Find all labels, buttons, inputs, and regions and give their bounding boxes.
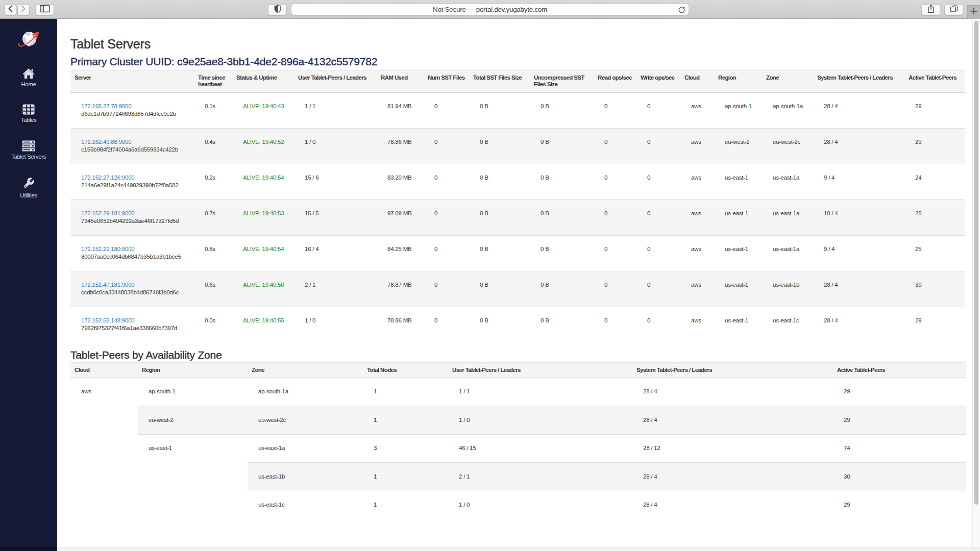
column-header: Time since heartbeat bbox=[194, 70, 232, 92]
server-uuid: d6dc1d7b97724ff693d857d4dfcc9e2b bbox=[81, 110, 190, 118]
forward-button[interactable] bbox=[17, 4, 30, 15]
vertical-scrollbar[interactable] bbox=[972, 19, 980, 551]
sidebar-item-tablet-servers[interactable]: Tablet Servers bbox=[0, 140, 57, 160]
sidebar-item-label: Tables bbox=[0, 117, 57, 123]
table-row: 172.152.29.181:90007345e0652b404292a3ae4… bbox=[70, 199, 965, 235]
cell-cloud: aws bbox=[680, 92, 714, 128]
cell-num-sst: 0 bbox=[424, 199, 469, 235]
back-button[interactable] bbox=[4, 4, 16, 15]
column-header: Write ops/sec bbox=[636, 70, 680, 92]
cell-status: ALIVE: 19:40:50 bbox=[232, 271, 294, 307]
new-tab-button[interactable] bbox=[967, 5, 980, 19]
address-bar[interactable]: Not Secure — portal.dev.yugabyte.com bbox=[291, 4, 689, 15]
privacy-shield-button[interactable] bbox=[268, 4, 287, 15]
sidebar-item-utilities[interactable]: Utilities bbox=[0, 177, 57, 199]
app-sidebar: Home Tables Tablet Servers Utilities bbox=[0, 19, 57, 551]
cell-user-peers: 16 / 4 bbox=[294, 235, 377, 271]
cell-read-ops: 0 bbox=[594, 92, 636, 128]
cell-cloud: aws bbox=[680, 235, 714, 271]
server-link[interactable]: 172.152.47.181:9000 bbox=[81, 282, 135, 288]
vertical-scrollbar-thumb[interactable] bbox=[974, 21, 978, 505]
server-link[interactable]: 172.152.22.180:9000 bbox=[81, 246, 135, 252]
table-row: 172.152.58.148:90007962f975327f41f6a1ae3… bbox=[70, 307, 965, 342]
cell-total-sst: 0 B bbox=[469, 235, 530, 271]
cell-write-ops: 0 bbox=[636, 307, 680, 342]
tablet-servers-icon bbox=[0, 140, 57, 152]
cell-system-peers: 10 / 4 bbox=[813, 199, 904, 235]
share-button[interactable] bbox=[921, 4, 940, 15]
cell-total-sst: 0 B bbox=[469, 307, 530, 342]
cell-heartbeat: 0.0s bbox=[194, 307, 232, 342]
cell-ram: 78.87 MB bbox=[377, 271, 424, 307]
cell-system-peers: 28 / 4 bbox=[813, 128, 904, 164]
cell-ram: 84.25 MB bbox=[377, 235, 424, 271]
cell-cloud: aws bbox=[680, 128, 714, 164]
cell-active: 29 bbox=[833, 406, 966, 435]
sidebar-item-label: Utilities bbox=[0, 192, 57, 199]
cell-cloud: aws bbox=[680, 164, 714, 199]
yugabytedb-logo[interactable] bbox=[16, 29, 41, 50]
cell-zone: us-east-1a bbox=[762, 164, 813, 199]
sidebar-item-home[interactable]: Home bbox=[0, 68, 57, 88]
cell-ram: 81.94 MB bbox=[377, 92, 424, 128]
reload-button[interactable] bbox=[678, 6, 685, 17]
cell-heartbeat: 0.4s bbox=[194, 128, 232, 164]
table-row: 172.152.22.180:900080007aa0cc064db6847b3… bbox=[70, 235, 965, 271]
cell-user-peers: 2 / 1 bbox=[294, 271, 377, 307]
cell-total-sst: 0 B bbox=[469, 128, 530, 164]
cell-write-ops: 0 bbox=[636, 199, 680, 235]
cell-system-peers: 9 / 4 bbox=[813, 235, 904, 271]
cell-heartbeat: 0.7s bbox=[194, 199, 232, 235]
cell-region: us-east-1 bbox=[714, 271, 762, 307]
server-link[interactable]: 172.165.27.78:9000 bbox=[81, 103, 131, 109]
column-header: Server bbox=[70, 70, 194, 92]
server-link[interactable]: 172.152.27.126:9000 bbox=[81, 174, 135, 181]
cell-active: 25 bbox=[904, 235, 965, 271]
cell-total-sst: 0 B bbox=[469, 271, 530, 307]
server-link[interactable]: 172.152.29.181:9000 bbox=[81, 210, 135, 216]
cell-heartbeat: 0.6s bbox=[194, 271, 232, 307]
cell-read-ops: 0 bbox=[594, 164, 636, 199]
cell-heartbeat: 0.2s bbox=[194, 164, 232, 199]
cell-system-peers: 9 / 4 bbox=[813, 164, 904, 199]
cluster-uuid-heading: Primary Cluster UUID: c9e25ae8-3bb1-4de2… bbox=[70, 55, 377, 68]
cell-uncompressed-sst: 0 B bbox=[530, 128, 594, 164]
cell-num-sst: 0 bbox=[424, 271, 469, 307]
tab-overview-icon bbox=[950, 5, 958, 14]
sidebar-toggle-button[interactable] bbox=[35, 4, 54, 15]
cell-read-ops: 0 bbox=[594, 128, 636, 164]
reload-icon bbox=[678, 8, 685, 15]
cell-system-peers: 28 / 4 bbox=[632, 406, 833, 435]
cell-status: ALIVE: 19:40:43 bbox=[232, 92, 294, 128]
cell-num-sst: 0 bbox=[424, 92, 469, 128]
cell-user-peers: 2 / 1 bbox=[448, 463, 632, 491]
cell-total-nodes: 1 bbox=[363, 463, 448, 491]
cell-total-nodes: 1 bbox=[363, 378, 448, 406]
tab-overview-button[interactable] bbox=[944, 4, 963, 15]
utilities-icon bbox=[0, 177, 57, 190]
cell-region: ap-south-1 bbox=[138, 378, 248, 406]
server-link[interactable]: 172.162.49.88:9000 bbox=[81, 139, 131, 145]
cell-num-sst: 0 bbox=[424, 128, 469, 164]
cell-region: eu-west-2 bbox=[714, 128, 762, 164]
cell-active: 24 bbox=[904, 164, 965, 199]
cell-region: us-east-1 bbox=[714, 164, 762, 199]
back-icon bbox=[8, 5, 13, 14]
cell-uncompressed-sst: 0 B bbox=[530, 199, 594, 235]
sidebar-item-tables[interactable]: Tables bbox=[0, 104, 57, 123]
cell-active: 29 bbox=[833, 491, 966, 519]
cell-zone: us-east-1b bbox=[248, 463, 363, 491]
column-header: Read ops/sec bbox=[594, 70, 636, 92]
column-header: User Tablet-Peers / Leaders bbox=[448, 362, 632, 378]
cell-status: ALIVE: 19:40:53 bbox=[232, 199, 294, 235]
cell-uncompressed-sst: 0 B bbox=[530, 235, 594, 271]
cell-zone: eu-west-2c bbox=[248, 406, 363, 435]
cell-user-peers: 46 / 15 bbox=[448, 434, 632, 463]
cell-uncompressed-sst: 0 B bbox=[530, 92, 594, 128]
cell-system-peers: 28 / 4 bbox=[813, 307, 904, 342]
browser-toolbar: Not Secure — portal.dev.yugabyte.com bbox=[0, 0, 980, 19]
server-link[interactable]: 172.152.58.148:9000 bbox=[81, 317, 135, 323]
server-uuid: 7962f975327f41f6a1ae338660b7397d bbox=[81, 324, 190, 332]
horizontal-scrollbar[interactable] bbox=[0, 547, 980, 551]
cell-region: us-east-1 bbox=[138, 434, 248, 519]
